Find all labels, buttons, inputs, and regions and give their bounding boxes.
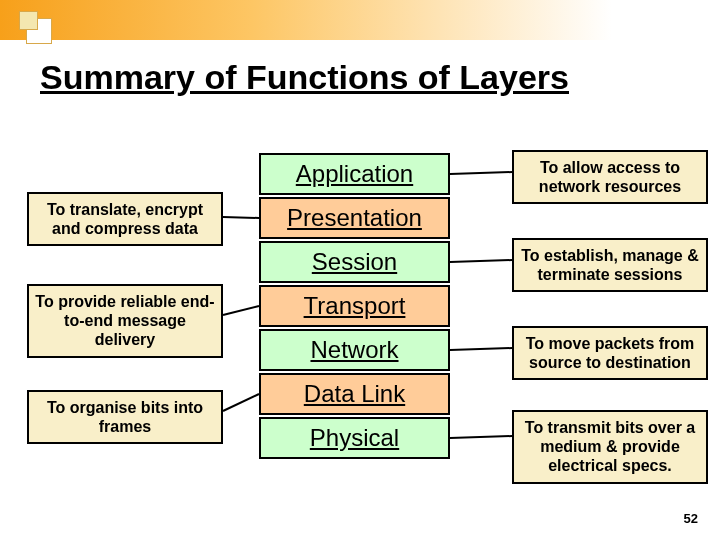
layer-application: Application <box>259 153 450 195</box>
layer-data-link: Data Link <box>259 373 450 415</box>
layer-transport: Transport <box>259 285 450 327</box>
corner-square-inner <box>19 11 38 30</box>
layer-physical: Physical <box>259 417 450 459</box>
svg-line-4 <box>450 260 512 262</box>
note-organise-bits: To organise bits into frames <box>27 390 223 444</box>
svg-line-1 <box>223 306 259 315</box>
top-gradient-bar <box>0 0 720 40</box>
note-move-packets: To move packets from source to destinati… <box>512 326 708 380</box>
slide-title: Summary of Functions of Layers <box>40 58 569 97</box>
svg-line-2 <box>223 394 259 411</box>
svg-line-5 <box>450 348 512 350</box>
note-reliable-delivery: To provide reliable end-to-end message d… <box>27 284 223 358</box>
svg-line-6 <box>450 436 512 438</box>
svg-line-0 <box>223 217 259 218</box>
note-access-resources: To allow access to network resources <box>512 150 708 204</box>
layer-presentation: Presentation <box>259 197 450 239</box>
layer-network: Network <box>259 329 450 371</box>
note-translate-encrypt-compress: To translate, encrypt and compress data <box>27 192 223 246</box>
layer-session: Session <box>259 241 450 283</box>
note-transmit-bits: To transmit bits over a medium & provide… <box>512 410 708 484</box>
note-establish-sessions: To establish, manage & terminate session… <box>512 238 708 292</box>
page-number: 52 <box>684 511 698 526</box>
svg-line-3 <box>450 172 512 174</box>
